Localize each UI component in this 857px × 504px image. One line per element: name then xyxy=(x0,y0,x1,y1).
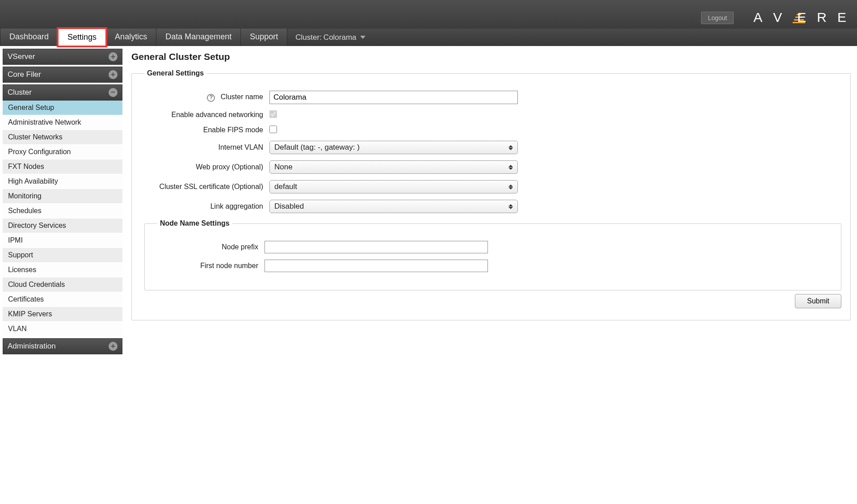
sidebar-item-high-availability[interactable]: High Availability xyxy=(3,174,122,189)
tab-analytics[interactable]: Analytics xyxy=(106,29,156,46)
enable-adv-net-checkbox[interactable] xyxy=(269,110,277,118)
updown-icon xyxy=(508,185,513,189)
sidebar-item-proxy-config[interactable]: Proxy Configuration xyxy=(3,145,122,160)
enable-fips-checkbox[interactable] xyxy=(269,126,277,133)
sidebar-item-kmip-servers[interactable]: KMIP Servers xyxy=(3,307,122,322)
sidebar: VServer Core Filer Cluster General Setup… xyxy=(0,46,125,357)
sidebar-item-general-setup[interactable]: General Setup xyxy=(3,101,122,115)
sidebar-item-cluster-networks[interactable]: Cluster Networks xyxy=(3,130,122,145)
link-agg-value: Disabled xyxy=(274,202,304,211)
brand-logo: A V E R E xyxy=(753,10,846,25)
sidebar-section-label: Administration xyxy=(8,342,56,351)
plus-icon xyxy=(109,52,118,61)
web-proxy-value: None xyxy=(274,163,293,172)
sidebar-item-support[interactable]: Support xyxy=(3,248,122,263)
sidebar-item-schedules[interactable]: Schedules xyxy=(3,204,122,218)
help-icon[interactable]: ? xyxy=(207,94,215,102)
general-settings-fieldset: General Settings ? Cluster name Enable a… xyxy=(131,69,851,320)
cluster-selector[interactable]: Cluster: Colorama xyxy=(287,29,373,46)
cluster-name: Colorama xyxy=(323,33,357,42)
node-name-fieldset: Node Name Settings Node prefix First nod… xyxy=(144,219,841,290)
logo-letter-e: E xyxy=(797,10,806,25)
cluster-name-label: Cluster name xyxy=(221,93,263,101)
node-prefix-input[interactable] xyxy=(265,241,488,253)
cluster-prefix: Cluster: xyxy=(295,33,322,42)
logo-letter-e2: E xyxy=(837,10,846,25)
sidebar-item-admin-network[interactable]: Administrative Network xyxy=(3,115,122,130)
cluster-name-input[interactable] xyxy=(269,91,518,104)
internet-vlan-select[interactable]: Default (tag: -, gateway: ) xyxy=(269,141,518,154)
sidebar-section-vserver[interactable]: VServer xyxy=(3,49,122,65)
sidebar-section-label: Cluster xyxy=(8,88,32,97)
general-settings-legend: General Settings xyxy=(144,69,206,77)
submit-button[interactable]: Submit xyxy=(795,294,841,308)
ssl-cert-value: default xyxy=(274,182,297,191)
page-title: General Cluster Setup xyxy=(131,51,851,62)
sidebar-section-label: VServer xyxy=(8,52,35,61)
updown-icon xyxy=(508,145,513,150)
ssl-cert-label: Cluster SSL certificate (Optional) xyxy=(144,183,269,191)
link-agg-label: Link aggregation xyxy=(144,202,269,210)
logout-button[interactable]: Logout xyxy=(701,12,734,24)
logo-letter-r: R xyxy=(817,10,827,25)
internet-vlan-value: Default (tag: -, gateway: ) xyxy=(274,143,360,152)
ssl-cert-select[interactable]: default xyxy=(269,180,518,193)
sidebar-item-monitoring[interactable]: Monitoring xyxy=(3,189,122,204)
minus-icon xyxy=(109,88,118,97)
main-nav: Dashboard Settings Analytics Data Manage… xyxy=(0,29,857,46)
updown-icon xyxy=(508,204,513,209)
plus-icon xyxy=(109,70,118,79)
tab-support[interactable]: Support xyxy=(241,29,287,46)
updown-icon xyxy=(508,165,513,170)
logo-letter-a: A xyxy=(753,10,762,25)
web-proxy-select[interactable]: None xyxy=(269,160,518,174)
logo-letter-v: V xyxy=(773,10,782,25)
first-node-num-input[interactable] xyxy=(265,260,488,272)
sidebar-item-fxt-nodes[interactable]: FXT Nodes xyxy=(3,160,122,174)
sidebar-section-administration[interactable]: Administration xyxy=(3,338,122,354)
sidebar-section-core-filer[interactable]: Core Filer xyxy=(3,67,122,83)
sidebar-cluster-items: General Setup Administrative Network Clu… xyxy=(3,101,122,336)
tab-settings[interactable]: Settings xyxy=(58,29,106,46)
link-agg-select[interactable]: Disabled xyxy=(269,200,518,213)
sidebar-item-cloud-credentials[interactable]: Cloud Credentials xyxy=(3,277,122,292)
sidebar-item-directory-services[interactable]: Directory Services xyxy=(3,218,122,233)
web-proxy-label: Web proxy (Optional) xyxy=(144,163,269,171)
sidebar-item-vlan[interactable]: VLAN xyxy=(3,322,122,336)
enable-fips-label: Enable FIPS mode xyxy=(144,126,269,134)
tab-dashboard[interactable]: Dashboard xyxy=(0,29,58,46)
first-node-num-label: First node number xyxy=(157,262,265,270)
internet-vlan-label: Internet VLAN xyxy=(144,143,269,151)
sidebar-section-cluster[interactable]: Cluster xyxy=(3,84,122,101)
enable-adv-net-label: Enable advanced networking xyxy=(144,111,269,119)
node-prefix-label: Node prefix xyxy=(157,243,265,251)
plus-icon xyxy=(109,342,118,351)
tab-data-management[interactable]: Data Management xyxy=(156,29,241,46)
node-name-legend: Node Name Settings xyxy=(157,219,232,227)
sidebar-section-label: Core Filer xyxy=(8,70,41,79)
sidebar-item-certificates[interactable]: Certificates xyxy=(3,292,122,307)
chevron-down-icon xyxy=(360,36,365,39)
sidebar-item-ipmi[interactable]: IPMI xyxy=(3,233,122,248)
sidebar-item-licenses[interactable]: Licenses xyxy=(3,263,122,277)
